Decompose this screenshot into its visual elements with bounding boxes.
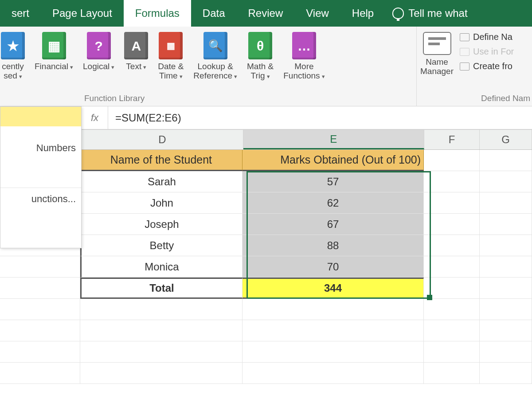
cell-G9[interactable] xyxy=(480,320,532,341)
group-label-defined-names: Defined Nam xyxy=(481,94,530,103)
define-name-button[interactable]: Define Na xyxy=(460,32,514,42)
lookup-label: Lookup & Reference xyxy=(193,62,237,81)
autosum-item-count-numbers[interactable]: Numbers xyxy=(0,137,81,159)
grid-icon xyxy=(460,63,469,70)
autosum-item-sum[interactable] xyxy=(0,107,81,126)
cell-G5[interactable] xyxy=(480,235,532,256)
lookup-reference-button[interactable]: 🔍 Lookup & Reference xyxy=(193,32,237,81)
fx-icon[interactable]: fx xyxy=(82,106,108,129)
tell-me-search[interactable]: Tell me what xyxy=(385,0,474,27)
tab-help[interactable]: Help xyxy=(340,0,385,27)
cell-F7[interactable] xyxy=(424,278,480,299)
math-label: Math & Trig xyxy=(247,62,274,81)
financial-button[interactable]: ▦ Financial xyxy=(35,32,73,71)
formula-input[interactable] xyxy=(108,112,532,124)
text-button[interactable]: A Text xyxy=(124,32,148,71)
question-icon: ? xyxy=(87,32,111,59)
cell-F4[interactable] xyxy=(424,214,480,235)
cell-D5[interactable]: Betty xyxy=(80,235,243,256)
name-manager-label: Name Manager xyxy=(420,58,454,76)
cell-D1[interactable]: Name of the Student xyxy=(80,150,243,171)
more-icon: … xyxy=(292,32,316,59)
cell-D10[interactable] xyxy=(80,341,243,363)
cell-E6[interactable]: 70 xyxy=(243,256,424,278)
cell-D3[interactable]: John xyxy=(80,192,243,214)
date-time-label: Date & Time xyxy=(158,62,184,81)
cell-G11[interactable] xyxy=(480,363,532,384)
cell-F3[interactable] xyxy=(424,192,480,214)
ribbon-group-function-library: ★ cently sed ▦ Financial ? Logical A Tex… xyxy=(0,27,417,106)
cell-G1[interactable] xyxy=(480,150,532,171)
cell-blank[interactable] xyxy=(0,278,80,299)
cell-F2[interactable] xyxy=(424,171,480,192)
math-trig-button[interactable]: θ Math & Trig xyxy=(247,32,274,81)
tab-review[interactable]: Review xyxy=(237,0,295,27)
create-from-selection-button[interactable]: Create fro xyxy=(460,61,514,71)
cell-E3[interactable]: 62 xyxy=(243,192,424,214)
cell-E4[interactable]: 67 xyxy=(243,214,424,235)
cell-blank[interactable] xyxy=(0,299,80,320)
cell-F10[interactable] xyxy=(424,341,480,363)
cell-F9[interactable] xyxy=(424,320,480,341)
use-in-formula-button[interactable]: Use in For xyxy=(460,47,514,57)
name-manager-icon xyxy=(423,32,451,55)
cell-D8[interactable] xyxy=(80,299,243,320)
cell-E5[interactable]: 88 xyxy=(243,235,424,256)
column-header-G[interactable]: G xyxy=(480,130,532,149)
tab-formulas[interactable]: Formulas xyxy=(124,0,191,27)
lightbulb-icon xyxy=(392,8,404,19)
ribbon-group-defined-names: Name Manager Define Na Use in For Create… xyxy=(417,27,532,106)
tab-page-layout[interactable]: Page Layout xyxy=(41,0,124,27)
group-label-function-library: Function Library xyxy=(84,94,145,103)
cell-blank[interactable] xyxy=(0,341,80,363)
recently-used-button[interactable]: ★ cently sed xyxy=(1,32,25,81)
cell-blank[interactable] xyxy=(0,256,80,278)
column-header-D[interactable]: D xyxy=(82,130,243,149)
cell-E10[interactable] xyxy=(243,341,424,363)
name-manager-button[interactable]: Name Manager xyxy=(420,32,454,104)
cell-G4[interactable] xyxy=(480,214,532,235)
cell-blank[interactable] xyxy=(0,320,80,341)
calendar-icon: ▦ xyxy=(159,32,183,59)
cell-G6[interactable] xyxy=(480,256,532,278)
autosum-item-more-functions[interactable]: unctions... xyxy=(0,188,81,210)
tab-view[interactable]: View xyxy=(294,0,340,27)
column-header-F[interactable]: F xyxy=(424,130,480,149)
search-icon: 🔍 xyxy=(203,32,227,59)
logical-label: Logical xyxy=(83,62,114,71)
cell-E7-total-value[interactable]: 344 xyxy=(243,278,424,299)
financial-icon: ▦ xyxy=(42,32,66,59)
date-time-button[interactable]: ▦ Date & Time xyxy=(158,32,184,81)
logical-button[interactable]: ? Logical xyxy=(83,32,114,71)
cell-D4[interactable]: Joseph xyxy=(80,214,243,235)
cell-D2[interactable]: Sarah xyxy=(80,171,243,192)
cell-F8[interactable] xyxy=(424,299,480,320)
cell-E9[interactable] xyxy=(243,320,424,341)
cell-D9[interactable] xyxy=(80,320,243,341)
cell-G10[interactable] xyxy=(480,341,532,363)
text-label: Text xyxy=(126,62,146,71)
tab-data[interactable]: Data xyxy=(191,0,237,27)
cell-G7[interactable] xyxy=(480,278,532,299)
cell-blank[interactable] xyxy=(0,363,80,384)
column-header-E[interactable]: E xyxy=(243,130,424,149)
cell-G8[interactable] xyxy=(480,299,532,320)
cell-G2[interactable] xyxy=(480,171,532,192)
cell-E11[interactable] xyxy=(243,363,424,384)
fx-icon xyxy=(460,48,469,56)
tab-insert[interactable]: sert xyxy=(0,0,41,27)
cell-E8[interactable] xyxy=(243,299,424,320)
autosum-item-average[interactable] xyxy=(0,126,81,137)
cell-F6[interactable] xyxy=(424,256,480,278)
cell-F1[interactable] xyxy=(424,150,480,171)
cell-E1[interactable]: Marks Obtained (Out of 100) xyxy=(243,150,424,171)
cell-D6[interactable]: Monica xyxy=(80,256,243,278)
ribbon-tabs: sert Page Layout Formulas Data Review Vi… xyxy=(0,0,532,27)
cell-F11[interactable] xyxy=(424,363,480,384)
cell-E2[interactable]: 57 xyxy=(243,171,424,192)
cell-F5[interactable] xyxy=(424,235,480,256)
cell-D7-total-label[interactable]: Total xyxy=(80,278,243,299)
cell-G3[interactable] xyxy=(480,192,532,214)
more-functions-button[interactable]: … More Functions xyxy=(283,32,325,81)
cell-D11[interactable] xyxy=(80,363,243,384)
